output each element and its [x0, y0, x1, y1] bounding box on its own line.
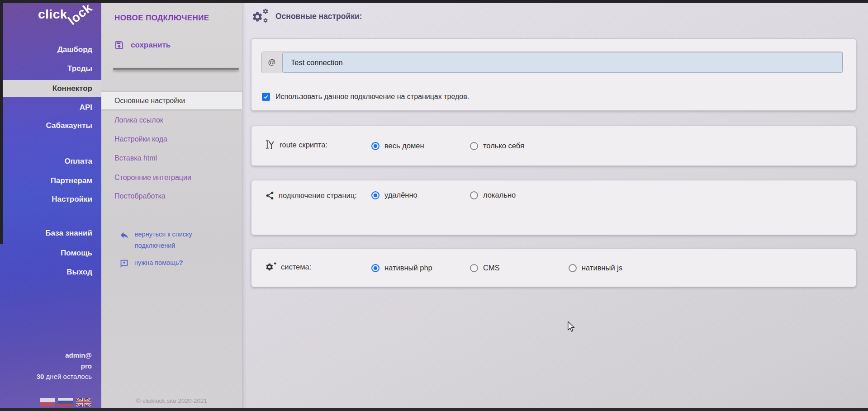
route-label: route скрипта: — [265, 139, 371, 153]
radio-option-only-self[interactable]: только себя — [470, 142, 569, 150]
sidebar-item-partners[interactable]: Партнерам — [0, 174, 101, 188]
sidebar-item-help[interactable]: Помощь — [0, 246, 101, 260]
days-text: дней осталось — [46, 373, 92, 380]
radio-local[interactable] — [470, 191, 478, 199]
panel-menu-basic-settings[interactable]: Основные настройки — [101, 92, 242, 109]
connection-name-input[interactable] — [282, 52, 843, 73]
sidebar-item-payment[interactable]: Оплата — [0, 155, 101, 168]
russia-flag[interactable] — [58, 398, 73, 406]
radio-option-cms[interactable]: CMS — [470, 264, 569, 272]
logo-text-click: click — [38, 7, 67, 22]
undo-arrow-icon — [119, 230, 129, 240]
check-icon — [263, 94, 269, 99]
sidebar-item-connector[interactable]: Коннектор — [0, 80, 101, 97]
user-email: admin@ — [0, 351, 101, 359]
save-button-label: сохранить — [131, 41, 171, 50]
panel-menu-code-settings[interactable]: Настройки кода — [101, 132, 242, 146]
panel-divider — [113, 68, 239, 70]
system-row: система: нативный php CMS нативный js — [251, 249, 856, 287]
connection-name-group: @ — [261, 52, 843, 73]
at-addon: @ — [262, 52, 282, 73]
radio-whole-domain[interactable] — [371, 142, 379, 150]
user-plan: pro — [0, 362, 101, 370]
need-help-link[interactable]: нужна помощь? — [119, 258, 211, 268]
radio-option-local[interactable]: локально — [470, 191, 569, 199]
radio-option-whole-domain[interactable]: весь домен — [371, 142, 470, 150]
connection-name-card: @ Использовать данное подключение на стр… — [251, 38, 856, 111]
sidebar-item-subaccounts[interactable]: Сабакаунты — [0, 119, 101, 132]
use-on-threads-checkbox[interactable] — [262, 93, 270, 101]
clicklock-logo[interactable]: click lock — [0, 0, 101, 32]
save-icon — [114, 40, 124, 50]
route-card: route скрипта: весь домен только себя — [251, 126, 856, 166]
video-edge-top — [0, 0, 868, 3]
radio-option-native-php[interactable]: нативный php — [371, 264, 470, 272]
radio-remote[interactable] — [371, 191, 379, 199]
main-content: Основные настройки: @ Использовать данно… — [242, 0, 868, 411]
comment-plus-icon — [119, 259, 129, 268]
sidebar-item-knowledge-base[interactable]: База знаний — [0, 227, 101, 240]
help-link-label: нужна помощь? — [134, 258, 211, 268]
main-header: Основные настройки: — [251, 8, 362, 24]
video-edge-bottom — [0, 408, 868, 411]
logo-text-lock: lock — [65, 0, 95, 28]
radio-native-js[interactable] — [569, 264, 577, 272]
sidebar-item-settings[interactable]: Настройки — [0, 193, 101, 206]
save-button[interactable]: сохранить — [114, 40, 171, 50]
page-connection-row: подключение страниц: удалённо локально — [251, 180, 856, 235]
panel-menu-postprocessing[interactable]: Постобработка — [101, 189, 242, 203]
gears-icon — [251, 8, 270, 24]
page-connection-label: подключение страниц: — [265, 189, 371, 203]
radio-option-remote[interactable]: удалённо — [371, 191, 470, 199]
panel-menu-integrations[interactable]: Сторонние интеграции — [101, 171, 242, 184]
video-edge-left — [0, 0, 3, 244]
user-days-left: 30 дней осталось — [0, 373, 101, 380]
use-on-threads-row: Использовать данное подключение на стран… — [262, 93, 469, 101]
app-window: click lock Дашборд Треды Коннектор API С… — [0, 0, 868, 411]
route-icon — [265, 139, 275, 153]
panel-menu-link-logic[interactable]: Логика ссылок — [101, 113, 242, 127]
sidebar-item-logout[interactable]: Выход — [0, 265, 101, 279]
back-to-connections-link[interactable]: вернуться к списку подключений — [119, 229, 212, 251]
page-title: Основные настройки: — [275, 12, 362, 21]
language-switcher — [40, 398, 91, 406]
secondary-panel: НОВОЕ ПОДКЛЮЧЕНИЕ сохранить Основные нас… — [101, 0, 242, 411]
radio-option-native-js[interactable]: нативный js — [569, 264, 667, 272]
use-on-threads-label: Использовать данное подключение на стран… — [275, 93, 469, 101]
radio-cms[interactable] — [470, 264, 478, 272]
radio-only-self[interactable] — [470, 142, 478, 150]
sidebar-item-api[interactable]: API — [0, 101, 101, 114]
gear-plus-icon — [265, 262, 277, 275]
sidebar: click lock Дашборд Треды Коннектор API С… — [0, 0, 101, 411]
panel-title: НОВОЕ ПОДКЛЮЧЕНИЕ — [114, 14, 209, 23]
page-connection-card: подключение страниц: удалённо локально — [251, 180, 856, 235]
uk-flag[interactable] — [76, 398, 91, 406]
radio-native-php[interactable] — [371, 264, 379, 272]
back-link-label: вернуться к списку подключений — [135, 229, 212, 251]
share-icon — [265, 191, 275, 203]
sidebar-item-threads[interactable]: Треды — [0, 62, 101, 76]
route-row: route скрипта: весь домен только себя — [251, 126, 856, 165]
at-sign: @ — [268, 58, 275, 67]
sidebar-item-dashboard[interactable]: Дашборд — [0, 43, 101, 57]
panel-menu-html-insert[interactable]: Вставка html — [101, 151, 242, 165]
system-label: система: — [265, 261, 371, 275]
days-number: 30 — [37, 373, 44, 380]
system-card: система: нативный php CMS нативный js — [251, 249, 856, 287]
copyright-footer: © clicklock.site 2020-2021 — [101, 397, 242, 404]
poland-flag[interactable] — [40, 398, 55, 406]
